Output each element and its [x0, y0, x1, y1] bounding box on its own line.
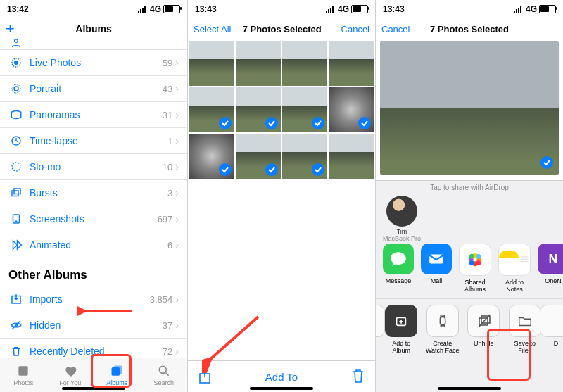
photo-thumb[interactable] — [236, 134, 281, 179]
home-indicator[interactable] — [438, 387, 501, 390]
album-row[interactable]: Imports 3,854 › — [0, 286, 187, 312]
app-onenote[interactable]: NOneN — [538, 244, 563, 293]
tab-label: Photos — [13, 379, 33, 386]
album-row[interactable]: Live Photos 59 › — [0, 50, 187, 76]
app-shared-albums[interactable]: Shared Albums — [459, 244, 491, 293]
svg-point-22 — [159, 366, 166, 373]
album-row[interactable]: Animated 6 › — [0, 232, 187, 258]
app-label: Add to Notes — [498, 279, 531, 293]
album-row[interactable]: Portrait 43 › — [0, 76, 187, 102]
add-button[interactable]: + — [6, 20, 42, 38]
chevron-icon: › — [175, 109, 179, 120]
app-message[interactable]: Message — [383, 244, 414, 293]
svg-rect-0 — [138, 11, 139, 13]
status-bar: 13:43 4G — [376, 0, 563, 18]
album-label: Bursts — [30, 187, 167, 198]
add-to-button[interactable]: Add To — [265, 371, 298, 383]
panoramas-icon — [8, 108, 24, 121]
photo-preview[interactable] — [380, 41, 559, 175]
album-label: Slo-mo — [30, 161, 163, 172]
home-indicator[interactable] — [250, 387, 313, 390]
avatar — [386, 196, 417, 227]
album-count: 697 — [158, 214, 173, 225]
svg-rect-1 — [140, 9, 141, 13]
action-add-to-album[interactable]: Add to Album — [384, 305, 419, 354]
photo-thumb[interactable] — [189, 87, 234, 132]
album-row[interactable]: Recently Deleted 72 › — [0, 339, 187, 358]
album-count: 3 — [167, 188, 172, 198]
svg-rect-30 — [514, 11, 515, 13]
live-photos-icon — [8, 56, 24, 69]
action-unhide[interactable]: Unhide — [467, 305, 501, 354]
app-mail[interactable]: Mail — [421, 244, 452, 293]
delete-button[interactable] — [351, 368, 365, 386]
svg-point-8 — [12, 84, 20, 93]
album-label: Hidden — [30, 320, 163, 331]
check-icon — [312, 117, 324, 129]
album-count: 10 — [163, 162, 172, 172]
photo-thumb[interactable] — [236, 87, 281, 132]
app-row: Message Mail Shared Albums Add to Notes … — [376, 244, 563, 298]
photo-thumb[interactable] — [282, 87, 327, 132]
phone-share: 13:43 4G Cancel 7 Photos Selected Tap to… — [376, 0, 563, 392]
share-button[interactable] — [198, 367, 212, 386]
check-icon — [358, 117, 371, 129]
chevron-icon: › — [175, 293, 179, 305]
album-row[interactable]: Bursts 3 › — [0, 180, 187, 206]
action-row: ow Add to Album Create Watch Face Unhide… — [376, 298, 563, 360]
photo-thumb[interactable] — [329, 134, 374, 179]
action-label: Create Watch Face — [426, 340, 460, 354]
photo-thumb[interactable] — [329, 41, 374, 86]
chevron-icon: › — [175, 187, 179, 198]
screenshots-icon — [8, 213, 24, 225]
album-count: 59 — [163, 58, 172, 68]
tab-search[interactable]: Search — [141, 358, 188, 392]
check-icon — [219, 163, 232, 176]
check-icon — [312, 163, 324, 176]
album-row[interactable]: Slo-mo 10 › — [0, 154, 187, 180]
album-row-hidden[interactable]: Hidden 37 › — [0, 312, 187, 339]
action-label: D — [554, 340, 559, 347]
selfies-icon — [8, 39, 24, 49]
action-watch-face[interactable]: Create Watch Face — [426, 305, 460, 354]
photo-thumb[interactable] — [189, 134, 234, 179]
album-row[interactable]: Panoramas 31 › — [0, 102, 187, 128]
album-row[interactable]: Screenshots 697 › — [0, 206, 187, 232]
chevron-icon: › — [175, 57, 179, 68]
tab-photos[interactable]: Photos — [0, 358, 47, 392]
airdrop-contact[interactable]: Tim MacBook Pro — [383, 196, 421, 242]
photo-thumb[interactable] — [329, 87, 374, 132]
action-slideshow[interactable]: ow — [376, 305, 377, 354]
cancel-button[interactable]: Cancel — [381, 24, 418, 34]
phone-albums: 13:42 4G + Albums Live Photos 59 › Portr… — [0, 0, 188, 392]
svg-point-4 — [15, 39, 18, 42]
svg-rect-27 — [332, 6, 334, 13]
app-label: Mail — [431, 277, 443, 284]
check-icon — [540, 156, 553, 169]
svg-point-40 — [476, 254, 481, 259]
tab-label: Search — [153, 379, 174, 386]
photo-thumb[interactable] — [189, 41, 234, 86]
cancel-button[interactable]: Cancel — [333, 24, 369, 34]
album-count: 43 — [163, 84, 172, 94]
tab-label: Albums — [106, 379, 127, 386]
album-label: Live Photos — [30, 57, 163, 68]
airdrop-row: Tim MacBook Pro — [376, 194, 563, 244]
photo-thumb[interactable] — [236, 41, 281, 86]
album-row[interactable]: Time-lapse 1 › — [0, 128, 187, 154]
app-notes[interactable]: Add to Notes — [498, 244, 531, 293]
action-save-to-files[interactable]: Save to Files — [508, 305, 543, 354]
action-more[interactable]: D — [549, 305, 563, 354]
svg-rect-49 — [441, 315, 445, 317]
time: 13:43 — [195, 4, 217, 14]
network-label: 4G — [150, 4, 161, 14]
album-row[interactable] — [0, 39, 187, 50]
photo-thumb[interactable] — [282, 41, 327, 86]
nav-bar: Cancel 7 Photos Selected — [376, 18, 563, 39]
chevron-icon: › — [175, 239, 179, 251]
select-all-button[interactable]: Select All — [194, 24, 231, 34]
hidden-icon — [8, 319, 24, 331]
home-indicator[interactable] — [62, 387, 125, 390]
photo-thumb[interactable] — [282, 134, 327, 179]
app-label: OneN — [545, 277, 562, 284]
